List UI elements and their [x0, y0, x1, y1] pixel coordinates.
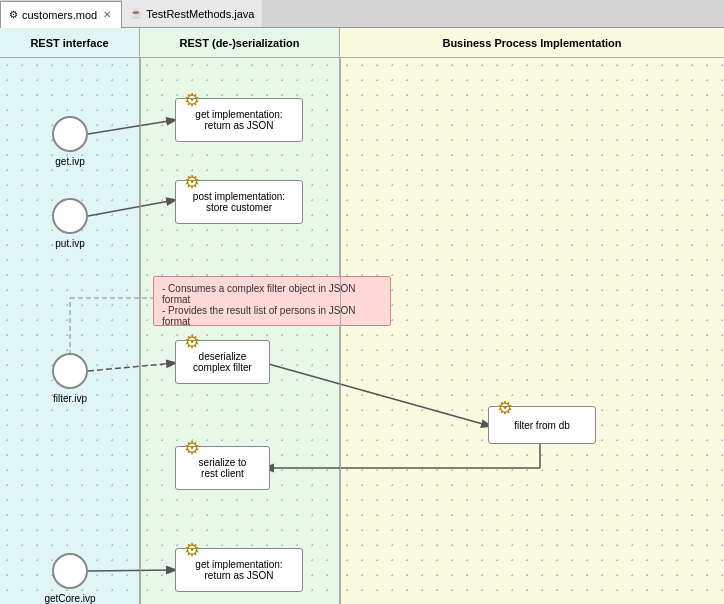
- lane-label-rest-serial: REST (de-)serialization: [180, 37, 300, 49]
- node-get-ivp[interactable]: [52, 116, 88, 152]
- diagram-outer: REST interface REST (de-)serialization B…: [0, 28, 724, 604]
- lane-header-rest-interface: REST interface: [0, 28, 140, 58]
- label-filter-ivp: filter.ivp: [38, 393, 102, 404]
- task-get-impl[interactable]: ⚙ get implementation: return as JSON: [175, 98, 303, 142]
- task-label-serialize: serialize to rest client: [199, 457, 247, 479]
- gear-serialize: ⚙: [184, 437, 200, 459]
- tab-close-customers[interactable]: ✕: [101, 9, 113, 20]
- lane-label-rest-interface: REST interface: [30, 37, 108, 49]
- label-get-ivp: get.ivp: [40, 156, 100, 167]
- node-put-ivp[interactable]: [52, 198, 88, 234]
- tab-test-rest[interactable]: ☕ TestRestMethods.java: [122, 0, 262, 27]
- lane-header-business: Business Process Implementation: [340, 28, 724, 58]
- gear-get-impl2: ⚙: [184, 539, 200, 561]
- tab-label-test: TestRestMethods.java: [146, 8, 254, 20]
- label-getcore-ivp: getCore.ivp: [36, 593, 104, 604]
- task-label-get-impl: get implementation: return as JSON: [195, 109, 282, 131]
- task-get-impl2[interactable]: ⚙ get implementation: return as JSON: [175, 548, 303, 592]
- task-deserialize[interactable]: ⚙ deserialize complex filter: [175, 340, 270, 384]
- node-getcore-ivp[interactable]: [52, 553, 88, 589]
- label-put-ivp: put.ivp: [40, 238, 100, 249]
- lane-business: [340, 28, 724, 604]
- tab-bar: ⚙ customers.mod ✕ ☕ TestRestMethods.java: [0, 0, 724, 28]
- task-serialize[interactable]: ⚙ serialize to rest client: [175, 446, 270, 490]
- task-label-post-impl: post implementation: store customer: [193, 191, 285, 213]
- note-filter: - Consumes a complex filter object in JS…: [153, 276, 391, 326]
- task-post-impl[interactable]: ⚙ post implementation: store customer: [175, 180, 303, 224]
- tab-icon-test: ☕: [130, 8, 142, 19]
- lane-rest-interface: [0, 28, 140, 604]
- tab-customers-mod[interactable]: ⚙ customers.mod ✕: [0, 1, 122, 28]
- tab-icon-customers: ⚙: [9, 9, 18, 20]
- task-label-get-impl2: get implementation: return as JSON: [195, 559, 282, 581]
- gear-get-impl: ⚙: [184, 89, 200, 111]
- note-line-1: - Consumes a complex filter object in JS…: [162, 283, 382, 305]
- lane-header-rest-serial: REST (de-)serialization: [140, 28, 340, 58]
- node-filter-ivp[interactable]: [52, 353, 88, 389]
- tab-label-customers: customers.mod: [22, 9, 97, 21]
- note-line-2: - Provides the result list of persons in…: [162, 305, 382, 327]
- lane-label-business: Business Process Implementation: [442, 37, 621, 49]
- task-label-filter-from-db: filter from db: [514, 420, 570, 431]
- gear-deserialize: ⚙: [184, 331, 200, 353]
- gear-filter-from-db: ⚙: [497, 397, 513, 419]
- task-label-deserialize: deserialize complex filter: [193, 351, 252, 373]
- task-filter-from-db[interactable]: ⚙ filter from db: [488, 406, 596, 444]
- gear-post-impl: ⚙: [184, 171, 200, 193]
